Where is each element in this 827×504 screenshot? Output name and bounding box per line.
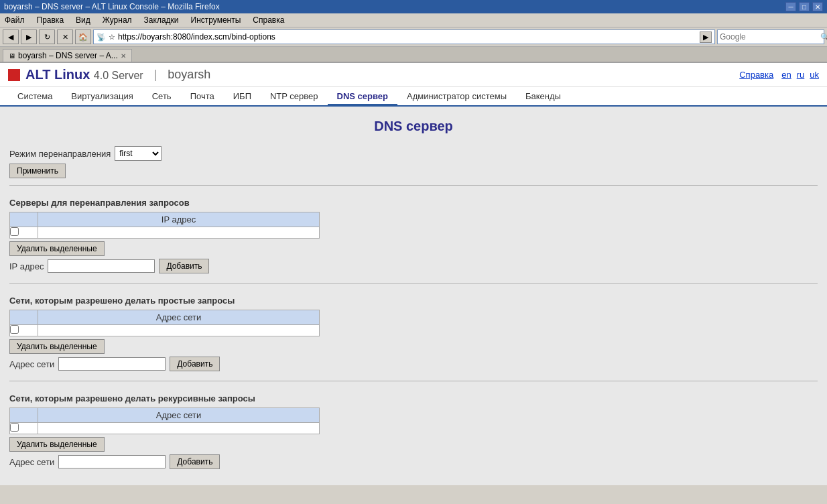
alt-hostname: boyarsh — [168, 68, 210, 82]
apply-button[interactable]: Применить — [9, 164, 66, 178]
forward-mode-row: Режим перенаправления first only none — [9, 146, 818, 161]
bookmark-icon: ☆ — [109, 33, 115, 42]
forwarders-ip-input[interactable] — [48, 259, 155, 273]
forward-button[interactable]: ▶ — [21, 29, 37, 44]
allow-recursion-addr-col: Адрес сети — [38, 408, 320, 423]
go-button[interactable]: ▶ — [700, 32, 712, 43]
allow-query-checkbox-cell — [10, 325, 38, 336]
allow-recursion-table-container: Адрес сети — [9, 407, 818, 434]
forwarders-add-row: IP адрес Добавить — [9, 259, 818, 273]
minimize-button[interactable]: ─ — [785, 2, 796, 11]
rss-icon: 📡 — [97, 33, 106, 42]
page-wrapper: ALT Linux 4.0 Server | boyarsh Справка e… — [0, 63, 827, 485]
nav-dns[interactable]: DNS сервер — [328, 88, 397, 105]
allow-recursion-checkbox-col — [10, 408, 38, 423]
nav-sistema[interactable]: Система — [8, 88, 62, 104]
forwarders-ip-col: IP адрес — [38, 212, 320, 227]
browser-title: boyarsh – DNS server – ALT Linux Console… — [4, 2, 220, 11]
forwarders-title: Серверы для перенаправления запросов — [9, 198, 818, 208]
nav-bar: Система Виртуализация Сеть Почта ИБП NTP… — [0, 87, 827, 107]
forwarders-checkbox-cell — [10, 227, 38, 239]
search-input[interactable] — [720, 32, 820, 42]
allow-recursion-delete-button[interactable]: Удалить выделенные — [9, 437, 105, 452]
browser-menubar: Файл Правка Вид Журнал Закладки Инструме… — [0, 13, 827, 27]
alt-server-label: Server — [112, 70, 143, 81]
browser-toolbar: ◀ ▶ ↻ ✕ 🏠 📡 ☆ ▶ 🔍 — [0, 27, 827, 47]
nav-backends[interactable]: Бакенды — [516, 88, 570, 104]
help-link[interactable]: Справка — [739, 70, 773, 80]
home-button[interactable]: 🏠 — [75, 29, 91, 44]
window-controls[interactable]: ─ □ ✕ — [785, 2, 823, 11]
nav-virtualization[interactable]: Виртуализация — [62, 88, 142, 104]
allow-query-title: Сети, которым разрешено делать простые з… — [9, 296, 818, 306]
tab-close-button[interactable]: ✕ — [121, 52, 126, 60]
search-bar: 🔍 — [717, 29, 824, 44]
alt-logo-text: ALT Linux 4.0 Server — [25, 67, 143, 82]
lang-uk[interactable]: uk — [810, 70, 819, 80]
nav-mail[interactable]: Почта — [181, 88, 224, 104]
reload-button[interactable]: ↻ — [39, 29, 55, 44]
menu-history[interactable]: Журнал — [101, 15, 134, 25]
allow-query-row — [10, 325, 320, 336]
allow-recursion-section: Сети, которым разрешено делать рекурсивн… — [9, 387, 818, 473]
alt-separator: | — [154, 68, 157, 82]
language-switcher: en ru uk — [781, 70, 819, 80]
menu-help[interactable]: Справка — [251, 15, 286, 25]
forwarders-ip-cell — [38, 227, 320, 239]
lang-en[interactable]: en — [781, 70, 791, 80]
nav-ntp[interactable]: NTP сервер — [261, 88, 328, 104]
forwarders-delete-row: Удалить выделенные — [9, 241, 818, 256]
address-bar: 📡 ☆ ▶ — [93, 29, 715, 44]
menu-file[interactable]: Файл — [3, 15, 27, 25]
nav-ups[interactable]: ИБП — [224, 88, 261, 104]
allow-query-addr-input[interactable] — [58, 357, 166, 371]
browser-tabs: 🖥 boyarsh – DNS server – A... ✕ — [0, 47, 827, 63]
allow-recursion-add-button[interactable]: Добавить — [170, 454, 220, 469]
allow-query-delete-row: Удалить выделенные — [9, 339, 818, 354]
forwarders-checkbox-col — [10, 212, 38, 227]
divider-1 — [9, 185, 818, 186]
allow-query-addr-cell — [38, 325, 320, 336]
allow-recursion-table: Адрес сети — [9, 407, 320, 434]
menu-edit[interactable]: Правка — [35, 15, 66, 25]
forward-mode-select[interactable]: first only none — [115, 146, 162, 161]
allow-recursion-title: Сети, которым разрешено делать рекурсивн… — [9, 393, 818, 403]
url-input[interactable] — [118, 32, 697, 42]
allow-query-checkbox[interactable] — [10, 325, 19, 334]
allow-recursion-addr-cell — [38, 423, 320, 434]
maximize-button[interactable]: □ — [799, 2, 810, 11]
allow-query-add-row: Адрес сети Добавить — [9, 357, 818, 371]
forwarders-add-button[interactable]: Добавить — [159, 259, 209, 273]
search-icon[interactable]: 🔍 — [820, 33, 827, 42]
allow-query-section: Сети, которым разрешено делать простые з… — [9, 289, 818, 375]
divider-2 — [9, 283, 818, 284]
forward-mode-label: Режим перенаправления — [9, 149, 111, 159]
back-button[interactable]: ◀ — [3, 29, 19, 44]
alt-logo: ALT Linux 4.0 Server | boyarsh — [8, 67, 210, 82]
nav-admin[interactable]: Администратор системы — [397, 88, 516, 104]
allow-recursion-checkbox[interactable] — [10, 423, 19, 432]
alt-header-right: Справка en ru uk — [739, 70, 819, 80]
allow-recursion-addr-input[interactable] — [58, 455, 166, 468]
menu-bookmarks[interactable]: Закладки — [142, 15, 181, 25]
allow-recursion-add-row: Адрес сети Добавить — [9, 454, 818, 469]
menu-view[interactable]: Вид — [74, 15, 92, 25]
page-title: DNS сервер — [9, 113, 818, 142]
close-button[interactable]: ✕ — [812, 2, 823, 11]
tab-favicon: 🖥 — [9, 52, 15, 60]
alt-version: 4.0 — [94, 70, 112, 81]
nav-network[interactable]: Сеть — [143, 88, 181, 104]
allow-recursion-checkbox-cell — [10, 423, 38, 434]
forward-mode-section: Режим перенаправления first only none Пр… — [9, 142, 818, 180]
allow-query-table: Адрес сети — [9, 310, 320, 336]
stop-button[interactable]: ✕ — [57, 29, 73, 44]
allow-query-delete-button[interactable]: Удалить выделенные — [9, 339, 105, 354]
allow-query-add-button[interactable]: Добавить — [170, 357, 220, 371]
tab-label: boyarsh – DNS server – A... — [18, 51, 118, 60]
menu-tools[interactable]: Инструменты — [189, 15, 243, 25]
divider-3 — [9, 381, 818, 381]
lang-ru[interactable]: ru — [797, 70, 805, 80]
active-tab[interactable]: 🖥 boyarsh – DNS server – A... ✕ — [3, 49, 132, 62]
forwarders-checkbox[interactable] — [10, 227, 19, 236]
forwarders-delete-button[interactable]: Удалить выделенные — [9, 241, 105, 256]
